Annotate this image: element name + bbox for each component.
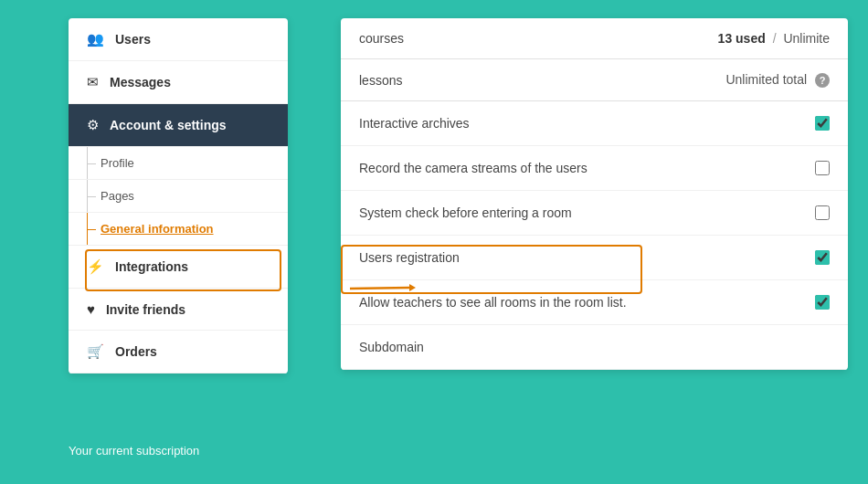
sidebar-subitem-pages[interactable]: Pages (69, 180, 288, 213)
courses-used: 13 used (718, 31, 766, 46)
interactive-archives-checkbox[interactable] (815, 116, 830, 131)
table-row-lessons: lessons Unlimited total ? (341, 59, 848, 101)
setting-row-record-camera: Record the camera streams of the users (341, 146, 848, 191)
setting-row-subdomain: Subdomain (341, 325, 848, 370)
sidebar-item-invite-friends[interactable]: ♥ Invite friends (69, 289, 288, 331)
sidebar-item-label: Orders (115, 344, 157, 359)
info-icon[interactable]: ? (815, 73, 830, 88)
sidebar-item-label: Account & settings (110, 118, 227, 132)
lessons-label: lessons (359, 73, 725, 88)
integrations-icon: ⚡ (87, 258, 104, 275)
users-registration-label: Users registration (359, 250, 808, 265)
setting-row-system-check: System check before entering a room (341, 191, 848, 236)
record-camera-label: Record the camera streams of the users (359, 161, 808, 175)
table-row-courses: courses 13 used / Unlimite (341, 18, 848, 59)
sidebar: 👥 Users ✉ Messages ⚙ Account & settings … (69, 18, 288, 374)
subitem-pages-label: Pages (101, 189, 134, 203)
sidebar-item-label: Users (115, 32, 151, 47)
users-icon: 👥 (87, 31, 104, 47)
allow-teachers-checkbox[interactable] (815, 295, 830, 310)
courses-separator: / (773, 31, 777, 46)
lessons-value: Unlimited total ? (725, 72, 830, 88)
allow-teachers-label: Allow teachers to see all rooms in the r… (359, 295, 808, 310)
courses-value: 13 used / Unlimite (718, 31, 830, 46)
sidebar-subitem-general-information[interactable]: General information (69, 213, 288, 246)
sidebar-item-account-settings[interactable]: ⚙ Account & settings (69, 104, 288, 147)
heart-icon: ♥ (87, 301, 95, 317)
subdomain-label: Subdomain (359, 340, 830, 354)
messages-icon: ✉ (87, 74, 99, 90)
cart-icon: 🛒 (87, 343, 104, 360)
sidebar-item-label: Invite friends (106, 302, 185, 317)
lessons-limit: Unlimited total (725, 72, 807, 87)
sidebar-item-users[interactable]: 👥 Users (69, 18, 288, 61)
subitem-general-info-label: General information (101, 222, 214, 236)
sidebar-item-label: Messages (110, 75, 171, 89)
sidebar-item-integrations[interactable]: ⚡ Integrations (69, 246, 288, 289)
system-check-label: System check before entering a room (359, 205, 808, 220)
users-registration-checkbox[interactable] (815, 250, 830, 265)
setting-row-interactive-archives: Interactive archives (341, 101, 848, 146)
courses-limit: Unlimite (783, 31, 830, 46)
settings-icon: ⚙ (87, 117, 99, 133)
subitem-profile-label: Profile (101, 156, 134, 170)
sidebar-item-label: Integrations (115, 259, 188, 274)
record-camera-checkbox[interactable] (815, 161, 830, 175)
sidebar-item-messages[interactable]: ✉ Messages (69, 61, 288, 104)
content-panel: courses 13 used / Unlimite lessons Unlim… (341, 18, 848, 370)
sidebar-item-orders[interactable]: 🛒 Orders (69, 331, 288, 374)
interactive-archives-label: Interactive archives (359, 116, 808, 131)
setting-row-allow-teachers: Allow teachers to see all rooms in the r… (341, 280, 848, 325)
system-check-checkbox[interactable] (815, 205, 830, 220)
sidebar-subitem-profile[interactable]: Profile (69, 147, 288, 180)
setting-row-users-registration: Users registration (341, 236, 848, 280)
courses-label: courses (359, 31, 718, 46)
subscription-text: Your current subscription (69, 444, 199, 458)
